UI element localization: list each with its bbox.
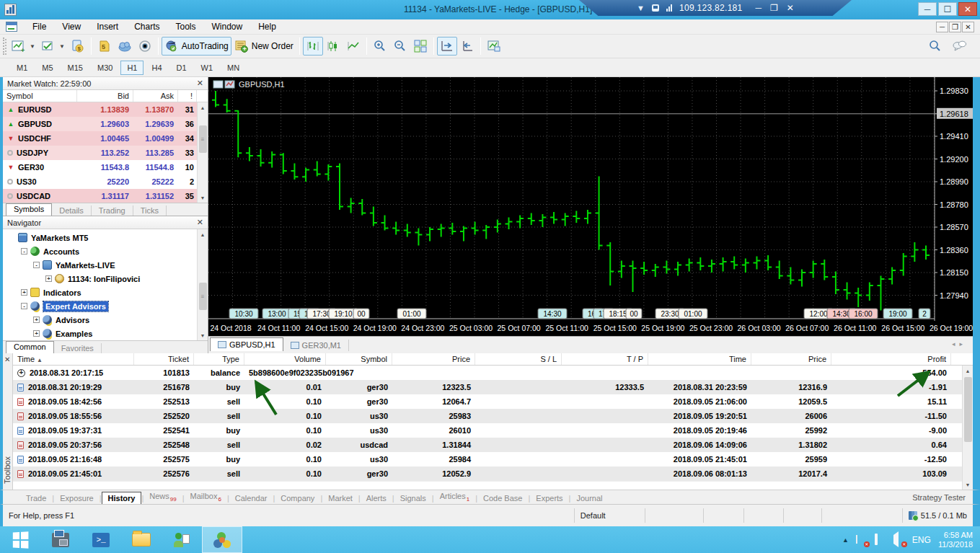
scrollbar-thumb[interactable]: ≡: [199, 125, 207, 153]
timeframe-d1[interactable]: D1: [170, 61, 193, 75]
scroll-down-icon[interactable]: ▼: [200, 193, 206, 203]
new-chart-dropdown[interactable]: ▼: [30, 43, 35, 50]
tree-expander-icon[interactable]: -: [33, 262, 40, 268]
mw-col-0[interactable]: Symbol: [3, 90, 77, 102]
installer-button[interactable]: [162, 526, 202, 553]
history-col-2[interactable]: Type: [194, 353, 244, 365]
tree-expander-icon[interactable]: +: [45, 275, 52, 282]
mdi-minimize-button[interactable]: ─: [936, 22, 948, 32]
scrollbar-thumb[interactable]: ≡: [199, 283, 207, 310]
market-watch-row-ger30[interactable]: ▼GER30 11543.8 11544.8 10: [3, 160, 208, 174]
rdp-minimize-button[interactable]: ─: [756, 3, 762, 13]
navigator-item-yamarkets-live[interactable]: - YaMarkets-LIVE: [3, 258, 208, 272]
toolbox-tab-journal[interactable]: Journal: [570, 492, 608, 504]
market-watch-row-gbpusd[interactable]: ▲GBPUSD 1.29603 1.29639 36: [3, 117, 208, 131]
scroll-down-icon[interactable]: ▼: [966, 479, 971, 490]
new-order-button[interactable]: + New Order: [231, 37, 296, 56]
timeframe-m30[interactable]: M30: [91, 61, 119, 75]
volume-muted-icon[interactable]: ✕: [893, 535, 905, 545]
navigator-item-examples[interactable]: + Examples: [3, 327, 208, 340]
menu-insert[interactable]: Insert: [89, 19, 126, 34]
network-icon[interactable]: [875, 535, 886, 545]
market-watch-scrollbar[interactable]: ▲ ≡ ▼: [197, 102, 208, 203]
market-watch-tab-ticks[interactable]: Ticks: [133, 205, 167, 216]
scroll-up-icon[interactable]: ▲: [200, 229, 206, 239]
toolbox-tab-market[interactable]: Market: [322, 492, 358, 504]
navigator-item-advisors[interactable]: + Advisors: [3, 313, 208, 327]
timeframe-h1[interactable]: H1: [120, 61, 144, 75]
chart-tab-gbpusd-h1[interactable]: GBPUSD,H1: [210, 337, 283, 351]
mt5-taskbar-button[interactable]: [202, 526, 242, 553]
auto-scroll-button[interactable]: [437, 37, 457, 56]
toolbar-grip[interactable]: [3, 37, 6, 55]
history-col-9[interactable]: Price: [751, 353, 831, 365]
menu-window[interactable]: Window: [204, 19, 251, 34]
market-watch-tab-trading[interactable]: Trading: [92, 205, 133, 216]
history-col-4[interactable]: Symbol: [326, 353, 392, 365]
indicators-button[interactable]: [484, 37, 504, 56]
search-icon[interactable]: [928, 39, 943, 53]
market-watch-tab-symbols[interactable]: Symbols: [6, 203, 52, 216]
clock[interactable]: 6:58 AM 11/3/2018: [938, 531, 973, 549]
mw-col-3[interactable]: !: [178, 90, 197, 102]
market-watch-row-usdcad[interactable]: USDCAD 1.31117 1.31152 35: [3, 189, 208, 203]
status-profile[interactable]: Default: [575, 508, 645, 523]
mdi-close-button[interactable]: ✕: [962, 22, 974, 32]
timeframe-m15[interactable]: M15: [61, 61, 89, 75]
timeframe-w1[interactable]: W1: [195, 61, 220, 75]
timeframe-mn[interactable]: MN: [221, 61, 246, 75]
start-button[interactable]: [0, 526, 40, 553]
tile-windows-button[interactable]: [410, 37, 431, 56]
scroll-up-icon[interactable]: ▲: [966, 366, 971, 376]
navigator-item-accounts[interactable]: - Accounts: [3, 244, 208, 258]
mw-col-2[interactable]: Ask: [133, 90, 178, 102]
history-row[interactable]: 2018.09.05 18:42:56 252513sell 0.10ger30…: [13, 394, 973, 409]
mql5-button[interactable]: 5: [94, 37, 115, 56]
navigator-item-expert-advisors[interactable]: - Expert Advisors: [3, 299, 208, 313]
history-scrollbar[interactable]: ▲ ▼: [962, 366, 973, 490]
toolbox-tab-calendar[interactable]: Calendar: [229, 492, 273, 504]
menu-help[interactable]: Help: [250, 19, 284, 34]
history-col-1[interactable]: Ticket: [134, 353, 194, 365]
language-indicator[interactable]: ENG: [912, 535, 931, 545]
menu-file[interactable]: File: [25, 19, 54, 34]
market-watch-button[interactable]: $: [68, 37, 88, 56]
toolbox-tab-news[interactable]: News99: [144, 490, 182, 504]
history-row[interactable]: 2018.09.05 20:37:56 252548sell 0.02usdca…: [13, 438, 973, 452]
history-col-3[interactable]: Volume: [244, 353, 326, 365]
navigator-tab-common[interactable]: Common: [6, 341, 54, 353]
zoom-in-button[interactable]: [370, 37, 390, 56]
history-col-7[interactable]: T / P: [562, 353, 648, 365]
market-watch-close-icon[interactable]: ✕: [197, 79, 203, 88]
toolbox-tab-trade[interactable]: Trade: [20, 492, 52, 504]
market-watch-row-eurusd[interactable]: ▲EURUSD 1.13839 1.13870 31: [3, 102, 208, 117]
pin-icon[interactable]: [652, 4, 659, 12]
tab-scroll-arrows[interactable]: ◂▸: [952, 340, 967, 348]
market-watch-row-usdjpy[interactable]: USDJPY 113.252 113.285 33: [3, 146, 208, 160]
price-chart[interactable]: 1.298301.296181.294101.292001.289901.287…: [208, 77, 973, 336]
toolbox-tab-history[interactable]: History: [102, 492, 142, 504]
toolbox-tab-articles[interactable]: Articles1: [434, 490, 476, 504]
timeframe-m5[interactable]: M5: [35, 61, 59, 75]
market-watch-row-usdchf[interactable]: ▼USDCHF 1.00465 1.00499 34: [3, 131, 208, 146]
tree-expander-icon[interactable]: -: [21, 303, 27, 309]
tree-expander-icon[interactable]: +: [33, 317, 40, 323]
line-chart-mode-button[interactable]: [343, 37, 363, 56]
history-row[interactable]: 2018.09.05 21:45:01 252576sell 0.10ger30…: [13, 466, 973, 481]
signals-button[interactable]: [135, 37, 155, 56]
menu-view[interactable]: View: [54, 19, 89, 34]
navigator-scrollbar[interactable]: ▲ ≡ ▼: [197, 229, 208, 340]
chat-icon[interactable]: [953, 39, 967, 53]
rdp-restore-button[interactable]: ❐: [770, 3, 778, 13]
history-row[interactable]: 2018.08.31 20:19:29 251678buy 0.01ger30 …: [13, 380, 973, 394]
toolbox-close-icon[interactable]: ✕: [4, 355, 10, 363]
file-explorer-button[interactable]: [121, 526, 162, 553]
scrollbar-thumb[interactable]: [964, 377, 972, 442]
tree-expander-icon[interactable]: +: [21, 289, 27, 296]
history-col-8[interactable]: Time: [648, 353, 751, 365]
chart-shift-button[interactable]: [457, 37, 477, 56]
tree-expander-icon[interactable]: -: [21, 248, 27, 255]
profiles-dropdown[interactable]: ▼: [59, 43, 65, 50]
tree-expander-icon[interactable]: +: [33, 330, 40, 337]
powershell-button[interactable]: >_: [81, 526, 121, 553]
